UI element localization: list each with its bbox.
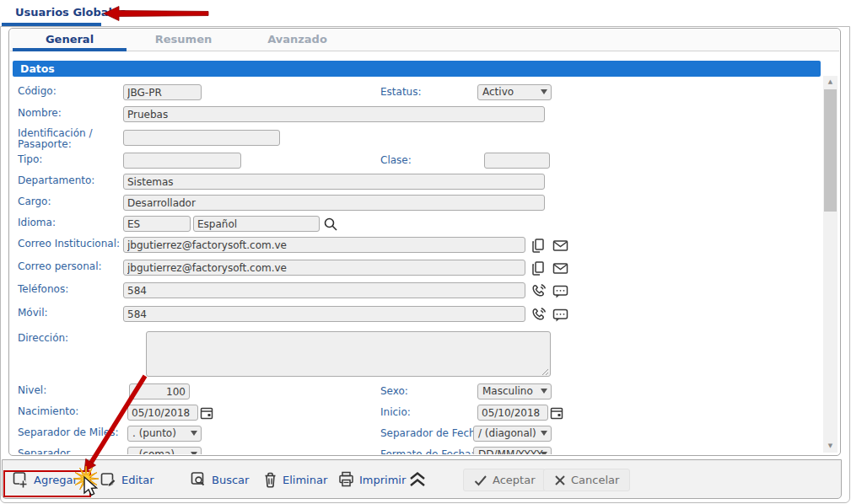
trash-icon — [262, 471, 278, 488]
movil-label: Móvil: — [18, 308, 125, 319]
telefonos-label: Teléfonos: — [18, 284, 125, 295]
chevron-down-icon — [541, 452, 547, 454]
phone-call-icon[interactable] — [531, 307, 547, 323]
section-header-datos: Datos — [13, 61, 821, 77]
scroll-up-icon[interactable]: ▲ — [823, 76, 838, 88]
buscar-button[interactable]: Buscar — [191, 471, 249, 488]
copy-icon[interactable] — [531, 260, 547, 276]
sexo-value: Masculino — [482, 385, 533, 397]
idioma-name-input[interactable] — [193, 216, 320, 232]
telefonos-input[interactable] — [123, 282, 525, 298]
correo-institucional-label: Correo Institucional: — [18, 239, 125, 249]
eliminar-label: Eliminar — [283, 474, 327, 486]
nivel-input[interactable] — [129, 383, 190, 399]
estatus-value: Activo — [482, 86, 514, 98]
search-record-icon — [191, 471, 207, 488]
nombre-label: Nombre: — [18, 108, 125, 119]
buscar-label: Buscar — [212, 474, 249, 486]
separador-fecha-label: Separador de Fecha: — [380, 427, 485, 439]
tab-bar: General Resumen Avanzado — [10, 29, 839, 51]
imprimir-button[interactable]: Imprimir — [338, 471, 406, 488]
departamento-input[interactable] — [123, 174, 545, 190]
tipo-label: Tipo: — [18, 154, 125, 165]
inicio-label: Inicio: — [380, 406, 411, 418]
tab-panel: General Resumen Avanzado Datos Código: E… — [8, 28, 841, 456]
movil-input[interactable] — [123, 306, 525, 322]
nacimiento-label: Nacimiento: — [18, 406, 125, 417]
check-icon — [474, 475, 487, 486]
separador-miles-label: Separador de Miles: — [18, 427, 129, 438]
tab-resumen[interactable]: Resumen — [127, 29, 240, 51]
printer-icon — [338, 471, 355, 488]
separador-decimales-value: , (coma) — [132, 448, 175, 454]
formato-fecha-label: Formato de Fecha: — [380, 448, 475, 454]
annotation-highlight-box — [3, 470, 91, 497]
eliminar-button[interactable]: Eliminar — [262, 471, 327, 488]
separador-decimales-label: Separador Decimales: — [18, 448, 129, 454]
clase-input[interactable] — [484, 153, 550, 169]
separador-miles-value: . (punto) — [132, 427, 176, 439]
chevron-down-icon — [541, 89, 547, 94]
collapse-toolbar-button[interactable] — [408, 471, 427, 488]
codigo-label: Código: — [18, 86, 125, 97]
form-viewport: Datos Código: Estatus: Activo Nombre: — [10, 52, 839, 454]
chevron-down-icon — [191, 431, 197, 436]
cargo-input[interactable] — [123, 195, 545, 211]
codigo-input[interactable] — [123, 84, 202, 100]
idioma-code-input[interactable] — [123, 216, 191, 232]
form-datos: Datos Código: Estatus: Activo Nombre: — [13, 52, 821, 454]
clase-label: Clase: — [380, 154, 412, 166]
formato-fecha-value: DD/MM/YYYY — [478, 448, 543, 454]
departamento-label: Departamento: — [18, 175, 125, 186]
sms-icon[interactable] — [552, 307, 568, 323]
separador-fecha-select[interactable]: / (diagonal) — [473, 426, 552, 442]
aceptar-button[interactable]: Aceptar — [463, 469, 546, 491]
nacimiento-date-input[interactable] — [127, 405, 198, 421]
tab-general[interactable]: General — [13, 29, 127, 51]
identificacion-label: Identificación / Pasaporte: — [18, 128, 125, 150]
action-toolbar: Agregar Editar Buscar — [2, 459, 842, 499]
identificacion-input[interactable] — [123, 130, 280, 146]
resize-handle-icon[interactable] — [541, 368, 549, 376]
estatus-select[interactable]: Activo — [477, 84, 552, 100]
nivel-label: Nivel: — [18, 385, 125, 396]
tab-avanzado[interactable]: Avanzado — [240, 29, 354, 51]
correo-personal-label: Correo personal: — [18, 261, 125, 272]
calendar-icon[interactable] — [200, 406, 216, 422]
separador-miles-select[interactable]: . (punto) — [127, 426, 202, 442]
tipo-input[interactable] — [123, 153, 241, 169]
correo-personal-input[interactable] — [123, 260, 525, 276]
chevron-down-icon — [541, 389, 547, 394]
estatus-label: Estatus: — [380, 86, 422, 98]
inicio-date-input[interactable] — [477, 405, 548, 421]
title-active-indicator — [2, 23, 101, 26]
copy-icon[interactable] — [531, 238, 547, 254]
idioma-label: Idioma: — [18, 217, 125, 228]
vertical-scrollbar[interactable]: ▲ ▼ — [823, 76, 838, 453]
correo-institucional-input[interactable] — [123, 237, 525, 253]
window-title-tab[interactable]: Usuarios Globales — [15, 6, 127, 19]
chevron-down-icon — [191, 452, 197, 454]
scrollbar-thumb[interactable] — [824, 89, 837, 212]
separador-decimales-select[interactable]: , (coma) — [127, 447, 202, 454]
separador-fecha-value: / (diagonal) — [478, 427, 536, 439]
direccion-textarea[interactable] — [146, 331, 551, 377]
calendar-icon[interactable] — [550, 406, 566, 422]
mail-icon[interactable] — [552, 238, 568, 254]
sexo-select[interactable]: Masculino — [477, 383, 552, 399]
nombre-input[interactable] — [123, 106, 545, 122]
double-chevron-up-icon — [408, 471, 427, 488]
imprimir-label: Imprimir — [359, 474, 406, 486]
sms-icon[interactable] — [552, 283, 568, 299]
search-icon[interactable] — [323, 217, 339, 233]
editar-button[interactable]: Editar — [100, 471, 154, 488]
phone-call-icon[interactable] — [531, 283, 547, 299]
usuarios-globales-window: Usuarios Globales General Resumen Avanza… — [0, 0, 851, 504]
scroll-down-icon[interactable]: ▼ — [823, 440, 838, 453]
cancelar-button[interactable]: Cancelar — [543, 469, 630, 491]
chevron-down-icon — [541, 431, 547, 436]
mail-icon[interactable] — [552, 260, 568, 276]
editar-label: Editar — [121, 474, 154, 486]
aceptar-label: Aceptar — [493, 474, 535, 486]
formato-fecha-select[interactable]: DD/MM/YYYY — [473, 447, 552, 454]
